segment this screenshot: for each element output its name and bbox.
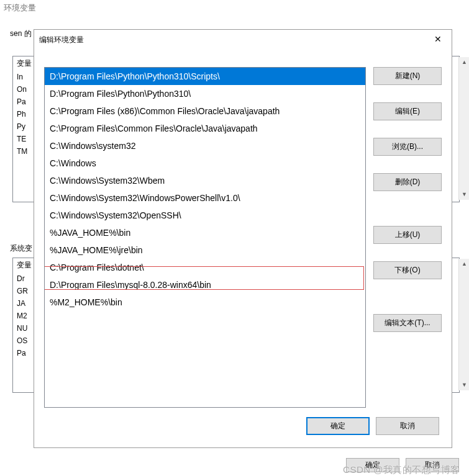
edit-env-var-dialog: 编辑环境变量 ✕ D:\Program Files\Python\Python3…: [34, 29, 452, 448]
dialog-footer: 确定 取消: [306, 417, 439, 435]
scroll-up-icon[interactable]: ▲: [459, 57, 469, 68]
close-button[interactable]: ✕: [424, 30, 452, 48]
path-entry[interactable]: C:\Program Files (x86)\Common Files\Orac…: [45, 102, 365, 120]
delete-button[interactable]: 删除(D): [373, 173, 442, 191]
dialog-title: 编辑环境变量: [39, 35, 84, 45]
edit-button[interactable]: 编辑(E): [373, 102, 442, 120]
bg-window-title: 环境变量: [4, 2, 36, 14]
path-entry[interactable]: D:\Program Files\Python\Python310\Script…: [45, 68, 365, 85]
ok-button[interactable]: 确定: [306, 417, 370, 435]
user-vars-scrollbar[interactable]: ▲ ▼: [458, 57, 469, 200]
edittext-button[interactable]: 编辑文本(T)...: [373, 314, 442, 332]
path-entry[interactable]: C:\Windows\System32\OpenSSH\: [45, 207, 365, 224]
path-entry[interactable]: %M2_HOME%\bin: [45, 294, 365, 311]
path-entry[interactable]: D:\Program Files\Python\Python310\: [45, 85, 365, 102]
watermark: CSDN @我真的不想写博客: [343, 464, 460, 476]
path-entry[interactable]: C:\Windows\system32: [45, 137, 365, 155]
path-entry[interactable]: D:\Program Files\mysql-8.0.28-winx64\bin: [45, 276, 365, 294]
sys-vars-scrollbar[interactable]: ▲ ▼: [458, 259, 469, 390]
scroll-down-icon[interactable]: ▼: [459, 380, 469, 390]
movedown-button[interactable]: 下移(O): [373, 261, 442, 279]
path-entry[interactable]: C:\Windows\System32\WindowsPowerShell\v1…: [45, 189, 365, 207]
path-entry[interactable]: C:\Program Files\dotnet\: [45, 259, 365, 276]
path-entries-listbox[interactable]: D:\Program Files\Python\Python310\Script…: [44, 67, 366, 408]
browse-button[interactable]: 浏览(B)...: [373, 138, 442, 156]
scroll-down-icon[interactable]: ▼: [459, 189, 469, 200]
moveup-button[interactable]: 上移(U): [373, 226, 442, 244]
dialog-titlebar: 编辑环境变量 ✕: [34, 30, 452, 50]
cancel-button[interactable]: 取消: [376, 417, 439, 435]
system-vars-label: 系统变: [10, 243, 32, 254]
path-entry[interactable]: %JAVA_HOME%\jre\bin: [45, 241, 365, 259]
path-entry[interactable]: C:\Program Files\Common Files\Oracle\Jav…: [45, 120, 365, 137]
path-entry[interactable]: C:\Windows\System32\Wbem: [45, 172, 365, 189]
path-entry[interactable]: C:\Windows: [45, 155, 365, 172]
user-vars-label: sen 的: [10, 29, 32, 39]
scroll-up-icon[interactable]: ▲: [459, 259, 469, 269]
close-icon: ✕: [434, 34, 442, 44]
path-entry[interactable]: %JAVA_HOME%\bin: [45, 224, 365, 241]
new-button[interactable]: 新建(N): [373, 67, 442, 85]
side-buttons: 新建(N) 编辑(E) 浏览(B)... 删除(D) 上移(U) 下移(O) 编…: [373, 67, 442, 408]
